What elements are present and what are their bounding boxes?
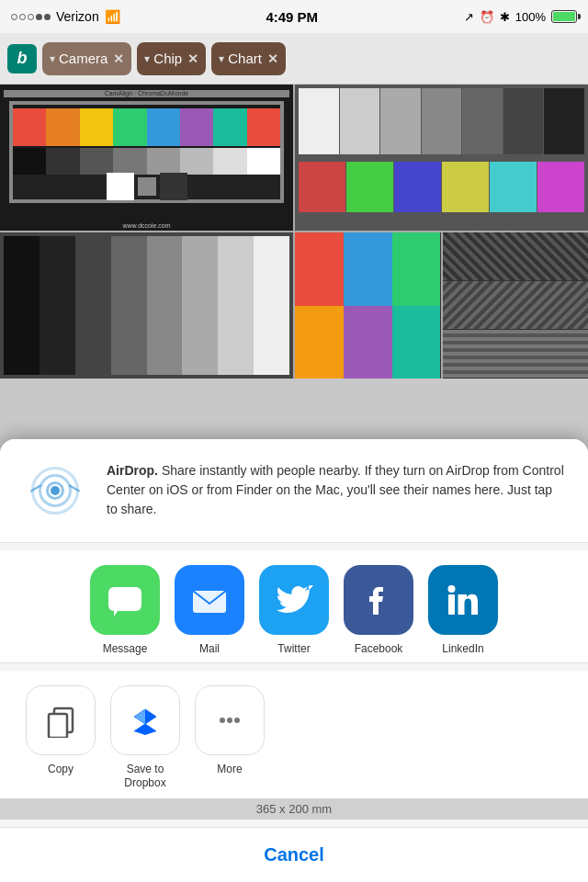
dimension-bar: 365 x 200 mm (0, 798, 588, 820)
apps-section: Message Mail (0, 550, 588, 663)
util-dropbox[interactable]: Save to Dropbox (110, 685, 180, 791)
tab-chip[interactable]: ▾ Chip ✕ (137, 42, 206, 75)
browser-bar: b ▾ Camera ✕ ▾ Chip ✕ ▾ Chart ✕ (0, 33, 588, 85)
chart-image-topleft: CamAlign · ChromaDuMonde (0, 85, 293, 231)
svg-marker-8 (145, 709, 156, 724)
svg-point-12 (227, 718, 232, 723)
tab-camera[interactable]: ▾ Camera ✕ (42, 42, 131, 75)
wifi-icon: 📶 (105, 9, 120, 24)
status-right: ↗ ⏰ ✱ 100% (464, 10, 577, 24)
apps-row: Message Mail (0, 565, 588, 655)
tab-chart[interactable]: ▾ Chart ✕ (211, 42, 286, 75)
svg-marker-10 (134, 724, 156, 735)
share-overlay: AirDrop. Share instantly with people nea… (0, 439, 588, 882)
tab-camera-close[interactable]: ✕ (113, 51, 124, 66)
util-more[interactable]: More (195, 685, 265, 791)
airdrop-body: Share instantly with people nearby. If t… (107, 463, 564, 516)
chart-br1 (295, 232, 441, 379)
battery-indicator (551, 10, 577, 23)
status-time: 4:49 PM (266, 9, 318, 25)
more-icon (195, 685, 265, 755)
svg-point-11 (220, 718, 225, 723)
tab-chart-close[interactable]: ✕ (267, 51, 278, 66)
bing-logo[interactable]: b (7, 44, 37, 74)
dropbox-icon (110, 685, 180, 755)
cancel-button[interactable]: Cancel (0, 828, 588, 882)
tab-chip-arrow: ▾ (144, 52, 150, 65)
chart-image-topright (295, 85, 588, 231)
tab-camera-label: Camera (59, 51, 107, 66)
chart-images-bottomright (295, 232, 588, 379)
tab-chip-close[interactable]: ✕ (187, 51, 198, 66)
message-label: Message (103, 642, 148, 655)
dimension-text: 365 x 200 mm (256, 802, 332, 816)
svg-point-13 (234, 718, 240, 723)
chart-image-bottomleft (0, 232, 293, 379)
tab-chart-label: Chart (228, 51, 262, 66)
utils-section: Copy Save to Dropbox (0, 671, 588, 798)
battery-label: 100% (515, 10, 546, 24)
copy-label: Copy (48, 763, 74, 777)
tab-camera-arrow: ▾ (50, 52, 55, 65)
airdrop-icon (22, 458, 88, 524)
tab-chip-label: Chip (153, 51, 182, 66)
app-mail[interactable]: Mail (175, 565, 244, 655)
linkedin-icon (428, 565, 498, 635)
svg-rect-0 (108, 587, 141, 611)
more-label: More (217, 763, 242, 777)
mail-icon (175, 565, 244, 635)
chart-br2 (443, 232, 589, 379)
app-facebook[interactable]: Facebook (344, 565, 413, 655)
location-icon: ↗ (464, 10, 474, 24)
share-sheet: AirDrop. Share instantly with people nea… (0, 439, 588, 882)
app-message[interactable]: Message (90, 565, 160, 655)
airdrop-title: AirDrop. (107, 463, 158, 478)
bluetooth-icon: ✱ (500, 10, 510, 24)
svg-rect-6 (49, 714, 67, 738)
mail-label: Mail (199, 642, 220, 655)
airdrop-section: AirDrop. Share instantly with people nea… (0, 439, 588, 543)
svg-marker-9 (134, 709, 145, 724)
twitter-icon (259, 565, 329, 635)
alarm-icon: ⏰ (480, 10, 494, 24)
app-twitter[interactable]: Twitter (259, 565, 329, 655)
cancel-section: Cancel (0, 827, 588, 882)
facebook-icon (344, 565, 413, 635)
dropbox-label: Save to Dropbox (124, 763, 165, 791)
signal-indicator (11, 14, 51, 20)
svg-point-4 (448, 585, 456, 593)
tab-chart-arrow: ▾ (219, 52, 224, 65)
utils-row: Copy Save to Dropbox (0, 685, 588, 791)
svg-rect-3 (448, 594, 455, 615)
util-copy[interactable]: Copy (26, 685, 96, 791)
app-linkedin[interactable]: LinkedIn (428, 565, 498, 655)
copy-icon (26, 685, 96, 755)
linkedin-label: LinkedIn (442, 642, 483, 655)
carrier-label: Verizon (56, 9, 99, 24)
message-icon (90, 565, 160, 635)
status-bar: Verizon 📶 4:49 PM ↗ ⏰ ✱ 100% (0, 0, 588, 33)
content-area: CamAlign · ChromaDuMonde (0, 85, 588, 379)
airdrop-description: AirDrop. Share instantly with people nea… (107, 461, 566, 519)
status-left: Verizon 📶 (11, 9, 120, 24)
twitter-label: Twitter (277, 642, 310, 655)
facebook-label: Facebook (355, 642, 403, 655)
